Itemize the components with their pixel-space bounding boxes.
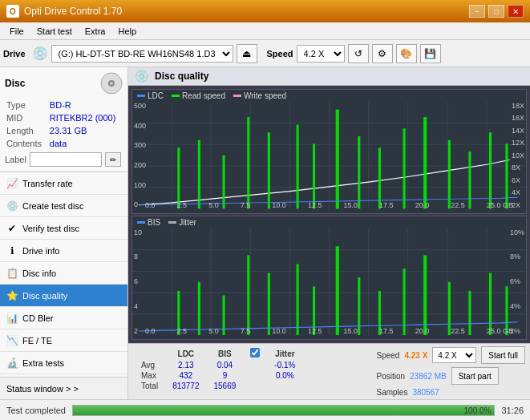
mid-label: MID bbox=[6, 112, 48, 123]
minimize-button[interactable]: − bbox=[469, 5, 485, 18]
write-speed-label: Write speed bbox=[244, 91, 286, 100]
speed-select-stat[interactable]: 4.2 X bbox=[432, 347, 476, 363]
nav-label-drive-info: Drive info bbox=[22, 246, 59, 256]
status-window-button[interactable]: Status window > > bbox=[0, 377, 127, 399]
refresh-button[interactable]: ↺ bbox=[348, 44, 369, 63]
svg-rect-17 bbox=[177, 147, 180, 208]
top-chart-canvas: 18X 16X 14X 12X 10X 8X 6X 4X 2X 500 400 bbox=[132, 102, 526, 209]
contents-label: Contents bbox=[6, 138, 48, 149]
svg-rect-26 bbox=[378, 147, 381, 208]
total-empty bbox=[244, 382, 266, 390]
menu-help[interactable]: Help bbox=[111, 22, 143, 39]
sidebar-item-fe-te[interactable]: 📉 FE / TE bbox=[0, 329, 127, 352]
jitter-color bbox=[168, 221, 176, 224]
sidebar: Disc Type BD-R MID RITEKBR2 (000) Length bbox=[0, 67, 128, 399]
stats-table: LDC BIS Jitter Avg 2.13 0.04 -0.1% bbox=[133, 346, 303, 392]
label-edit-button[interactable]: ✏ bbox=[105, 152, 121, 167]
svg-rect-22 bbox=[297, 125, 299, 209]
sidebar-item-drive-info[interactable]: ℹ Drive info bbox=[0, 240, 127, 262]
disc-image bbox=[100, 72, 123, 95]
contents-value: data bbox=[50, 138, 121, 149]
top-chart-svg bbox=[132, 102, 526, 209]
samples-label: Samples bbox=[376, 388, 407, 397]
svg-rect-29 bbox=[448, 140, 451, 209]
length-value: 23.31 GB bbox=[50, 125, 121, 136]
extra-tests-icon: 🔬 bbox=[6, 357, 18, 369]
samples-row: Samples 380567 bbox=[376, 388, 525, 397]
nav-label-verify-test-disc: Verify test disc bbox=[22, 224, 79, 233]
drive-icon: 💿 bbox=[32, 46, 48, 61]
top-x-labels: 0.0 2.5 5.0 7.5 10.0 12.5 15.0 17.5 20.0… bbox=[145, 201, 513, 209]
svg-rect-25 bbox=[358, 136, 360, 209]
sidebar-item-cd-bler[interactable]: 📊 CD Bler bbox=[0, 307, 127, 329]
settings-button[interactable]: ⚙ bbox=[372, 44, 393, 63]
sidebar-item-create-test-disc[interactable]: 💿 Create test disc bbox=[0, 195, 127, 217]
bottom-chart-canvas: 10% 8% 6% 4% 2% 10 8 6 4 2 bbox=[132, 228, 526, 336]
status-bar: Test completed 100.0% 31:26 bbox=[0, 399, 530, 420]
sidebar-item-transfer-rate[interactable]: 📈 Transfer rate bbox=[0, 172, 127, 195]
nav-label-disc-quality: Disc quality bbox=[22, 291, 67, 301]
ldc-label: LDC bbox=[148, 91, 164, 100]
svg-point-2 bbox=[110, 82, 113, 85]
stats-checkbox-col bbox=[244, 348, 266, 359]
maximize-button[interactable]: □ bbox=[488, 5, 504, 18]
svg-rect-20 bbox=[247, 117, 249, 208]
avg-bis: 0.04 bbox=[208, 361, 243, 370]
stats-ldc-header: LDC bbox=[166, 348, 205, 359]
nav-label-disc-info: Disc info bbox=[22, 269, 56, 278]
create-test-disc-icon: 💿 bbox=[6, 200, 18, 212]
nav-label-transfer-rate: Transfer rate bbox=[22, 179, 73, 188]
legend-jitter: Jitter bbox=[168, 218, 196, 227]
main-layout: Disc Type BD-R MID RITEKBR2 (000) Length bbox=[0, 67, 530, 399]
speed-select[interactable]: 4.2 X bbox=[297, 45, 345, 63]
write-speed-color bbox=[233, 95, 241, 97]
top-chart: LDC Read speed Write speed bbox=[131, 89, 527, 214]
sidebar-item-disc-quality[interactable]: ⭐ Disc quality bbox=[0, 285, 127, 307]
speed-label: Speed bbox=[267, 49, 293, 59]
charts-container: LDC Read speed Write speed bbox=[128, 86, 530, 343]
menu-start-test[interactable]: Start test bbox=[30, 22, 79, 39]
position-row: Position 23862 MB Start part bbox=[376, 367, 525, 385]
start-full-button[interactable]: Start full bbox=[481, 346, 525, 364]
close-button[interactable]: ✕ bbox=[508, 5, 524, 18]
jitter-checkbox[interactable] bbox=[250, 348, 260, 357]
speed-label-stat: Speed bbox=[376, 351, 399, 360]
menu-file[interactable]: File bbox=[3, 22, 30, 39]
sidebar-item-disc-info[interactable]: 📋 Disc info bbox=[0, 262, 127, 285]
disc-info-table: Type BD-R MID RITEKBR2 (000) Length 23.3… bbox=[5, 98, 123, 151]
length-label: Length bbox=[6, 125, 48, 136]
palette-button[interactable]: 🎨 bbox=[396, 44, 417, 63]
title-bar-left: O Opti Drive Control 1.70 bbox=[6, 5, 122, 18]
legend-read-speed: Read speed bbox=[172, 91, 225, 100]
eject-button[interactable]: ⏏ bbox=[237, 44, 257, 63]
start-part-button[interactable]: Start part bbox=[451, 367, 499, 385]
svg-rect-21 bbox=[268, 132, 270, 208]
menu-bar: File Start test Extra Help bbox=[0, 22, 530, 40]
app-icon: O bbox=[6, 5, 19, 18]
label-row: Label ✏ bbox=[5, 152, 123, 167]
drive-label: Drive bbox=[3, 49, 26, 59]
menu-extra[interactable]: Extra bbox=[79, 22, 112, 39]
sidebar-item-extra-tests[interactable]: 🔬 Extra tests bbox=[0, 352, 127, 374]
type-label: Type bbox=[6, 99, 48, 111]
speed-value-stat: 4.23 X bbox=[404, 351, 427, 360]
top-legend: LDC Read speed Write speed bbox=[132, 90, 526, 102]
label-input[interactable] bbox=[30, 152, 102, 167]
legend-ldc: LDC bbox=[137, 91, 164, 100]
sidebar-item-verify-test-disc[interactable]: ✔ Verify test disc bbox=[0, 217, 127, 240]
toolbar: Drive 💿 (G:) HL-DT-ST BD-RE WH16NS48 1.D… bbox=[0, 40, 530, 67]
total-ldc: 813772 bbox=[166, 382, 205, 390]
save-button[interactable]: 💾 bbox=[420, 44, 441, 63]
mid-value: RITEKBR2 (000) bbox=[50, 112, 121, 123]
svg-rect-58 bbox=[423, 255, 427, 335]
cd-bler-icon: 📊 bbox=[6, 313, 18, 324]
label-label: Label bbox=[5, 155, 26, 164]
max-ldc: 432 bbox=[166, 371, 205, 380]
total-label: Total bbox=[135, 382, 164, 390]
title-bar: O Opti Drive Control 1.70 − □ ✕ bbox=[0, 0, 530, 22]
nav-items: 📈 Transfer rate 💿 Create test disc ✔ Ver… bbox=[0, 172, 127, 377]
disc-panel-header: Disc bbox=[5, 72, 123, 95]
bottom-y-right-labels: 10% 8% 6% 4% 2% bbox=[510, 228, 524, 336]
nav-label-extra-tests: Extra tests bbox=[22, 358, 64, 368]
drive-select[interactable]: (G:) HL-DT-ST BD-RE WH16NS48 1.D3 bbox=[51, 45, 233, 63]
